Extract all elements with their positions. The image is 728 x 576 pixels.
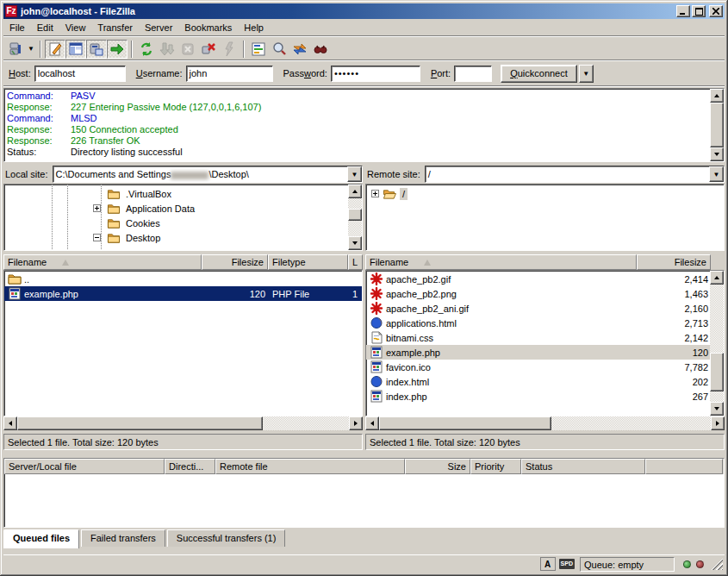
- tab-failed-transfers[interactable]: Failed transfers: [81, 529, 165, 547]
- file-row--[interactable]: ..: [4, 272, 362, 286]
- disconnect-button[interactable]: [198, 40, 219, 59]
- expand-icon[interactable]: [93, 204, 101, 212]
- file-row-example-php[interactable]: example.php120PHP File1: [4, 286, 362, 301]
- local-tree-scrollbar[interactable]: [348, 185, 362, 250]
- scrollbar-up-button[interactable]: [348, 185, 362, 198]
- menu-item-help[interactable]: Help: [238, 21, 270, 34]
- sync-browsing-button[interactable]: [289, 40, 310, 59]
- scrollbar-thumb[interactable]: [710, 103, 724, 147]
- toggle-message-log-button[interactable]: [45, 40, 65, 59]
- folder-icon: [107, 217, 121, 229]
- maximize-button[interactable]: [692, 5, 706, 17]
- scrollbar-down-button[interactable]: [710, 147, 724, 161]
- dropdown-arrow-icon[interactable]: ▼: [347, 166, 362, 182]
- close-button[interactable]: [709, 5, 723, 17]
- file-row-index-html[interactable]: index.html202: [366, 374, 710, 389]
- column-header-filetype[interactable]: Filetype: [268, 254, 348, 270]
- minimize-button[interactable]: [676, 5, 690, 17]
- expand-icon[interactable]: [371, 190, 379, 197]
- resize-grip[interactable]: [711, 558, 723, 570]
- scrollbar-thumb[interactable]: [17, 416, 263, 430]
- scrollbar-left-button[interactable]: [3, 416, 17, 430]
- file-row-bitnami-css[interactable]: bitnami.css2,142: [366, 330, 710, 345]
- tree-item-cookies[interactable]: Cookies: [4, 216, 348, 230]
- local-hscrollbar[interactable]: [3, 416, 363, 430]
- toggle-local-tree-button[interactable]: [65, 40, 86, 59]
- file-row-applications-html[interactable]: applications.html2,713: [366, 316, 710, 330]
- remote-site-label: Remote site:: [365, 167, 425, 181]
- tree-item-application-data[interactable]: Application Data: [4, 201, 348, 216]
- refresh-button[interactable]: [136, 40, 157, 59]
- menu-item-bookmarks[interactable]: Bookmarks: [178, 21, 238, 34]
- remote-list-scrollbar[interactable]: [710, 271, 724, 416]
- scrollbar-up-button[interactable]: [710, 271, 724, 285]
- cell-filename: index.php: [366, 389, 638, 404]
- column-header-filename[interactable]: Filename: [365, 254, 637, 270]
- menu-item-edit[interactable]: Edit: [31, 21, 59, 34]
- compare-button[interactable]: [269, 40, 289, 59]
- local-site-combo[interactable]: C:\Documents and Settings\Desktop\ ▼: [53, 166, 363, 183]
- tree-item-desktop[interactable]: Desktop: [4, 230, 348, 245]
- file-row-example-php[interactable]: example.php120: [366, 345, 710, 360]
- filter-button[interactable]: [248, 40, 269, 59]
- column-header-filename[interactable]: Filename: [3, 254, 202, 270]
- scrollbar-right-button[interactable]: [711, 416, 725, 430]
- column-header-size[interactable]: Size: [405, 459, 470, 474]
- log-line-text: Directory listing successful: [71, 147, 183, 158]
- scrollbar-down-button[interactable]: [348, 236, 362, 250]
- scrollbar-thumb[interactable]: [379, 416, 551, 430]
- file-row-favicon-ico[interactable]: favicon.ico7,782: [366, 360, 710, 374]
- remote-site-combo[interactable]: / ▼: [425, 166, 725, 183]
- tab-queued-files[interactable]: Queued files: [3, 529, 79, 548]
- site-manager-button[interactable]: [5, 40, 26, 59]
- column-header-directi-[interactable]: Directi...: [165, 459, 215, 474]
- port-input[interactable]: [454, 66, 492, 82]
- log-line-text: MLSD: [71, 113, 97, 124]
- dropdown-arrow-icon[interactable]: ▼: [709, 166, 724, 182]
- password-input[interactable]: ••••••: [331, 66, 420, 82]
- file-row-apache-pb2-gif[interactable]: apache_pb2.gif2,414: [366, 272, 710, 286]
- menu-item-view[interactable]: View: [59, 21, 92, 34]
- column-header-status[interactable]: Status: [521, 459, 645, 474]
- column-header-priority[interactable]: Priority: [470, 459, 521, 474]
- tree-item-label: Cookies: [123, 217, 163, 229]
- data-type-indicator-icon[interactable]: A: [540, 557, 556, 571]
- tab-successful-transfers-1-[interactable]: Successful transfers (1): [167, 529, 286, 547]
- speed-limit-indicator-icon[interactable]: SPD: [559, 559, 575, 569]
- ico-file-icon: [370, 360, 383, 373]
- column-header-l[interactable]: L: [348, 254, 363, 270]
- column-header-server-local-file[interactable]: Server/Local file: [4, 459, 165, 474]
- column-header-remote-file[interactable]: Remote file: [215, 459, 405, 474]
- menu-item-file[interactable]: File: [3, 21, 31, 34]
- scrollbar-up-button[interactable]: [710, 89, 724, 103]
- log-line: Command:MLSD: [7, 113, 708, 124]
- quickconnect-button[interactable]: Quickconnect: [501, 65, 577, 83]
- toggle-remote-tree-button[interactable]: [86, 40, 107, 59]
- quickconnect-dropdown-button[interactable]: ▼: [579, 65, 594, 83]
- log-scrollbar[interactable]: [710, 89, 724, 161]
- toggle-transfer-queue-button[interactable]: [107, 40, 128, 59]
- file-row-index-php[interactable]: index.php267: [366, 389, 710, 404]
- column-header-blank[interactable]: [645, 459, 723, 474]
- scrollbar-down-button[interactable]: [710, 402, 724, 416]
- find-files-button[interactable]: [310, 40, 331, 59]
- log-line-text: 150 Connection accepted: [71, 124, 178, 135]
- scrollbar-left-button[interactable]: [365, 416, 379, 430]
- file-row-apache-pb2-ani-gif[interactable]: apache_pb2_ani.gif2,160: [366, 301, 710, 316]
- site-manager-dropdown-button[interactable]: ▼: [26, 40, 36, 59]
- remote-hscrollbar[interactable]: [365, 416, 725, 430]
- reconnect-button: [219, 40, 240, 59]
- scrollbar-thumb[interactable]: [710, 353, 724, 391]
- menu-item-server[interactable]: Server: [139, 21, 178, 34]
- column-header-filesize[interactable]: Filesize: [202, 254, 268, 270]
- username-input[interactable]: john: [186, 66, 273, 82]
- scrollbar-right-button[interactable]: [349, 416, 363, 430]
- scrollbar-thumb[interactable]: [348, 209, 362, 221]
- menu-item-transfer[interactable]: Transfer: [91, 21, 139, 34]
- host-input[interactable]: localhost: [34, 66, 126, 82]
- collapse-icon[interactable]: [93, 234, 101, 241]
- tree-item--virtualbox[interactable]: .VirtualBox: [4, 186, 348, 201]
- tree-item-root[interactable]: /: [366, 186, 724, 201]
- file-row-apache-pb2-png[interactable]: apache_pb2.png1,463: [366, 286, 710, 301]
- column-header-filesize[interactable]: Filesize: [637, 254, 711, 270]
